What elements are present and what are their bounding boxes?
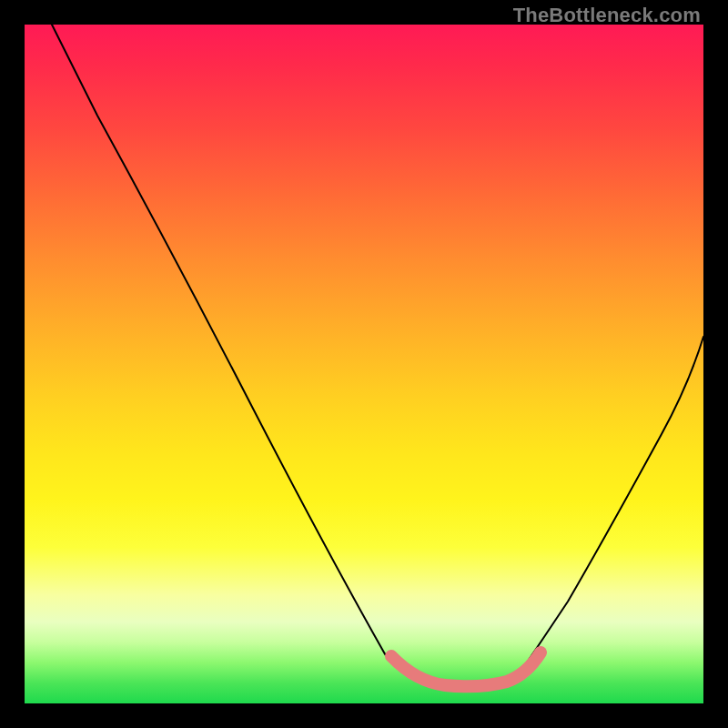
plot-area — [25, 25, 703, 703]
watermark-text: TheBottleneck.com — [513, 4, 701, 27]
chart-stage: TheBottleneck.com — [0, 0, 728, 728]
curve-layer — [25, 25, 703, 703]
bottleneck-curve-right — [527, 337, 703, 662]
optimal-highlight — [391, 652, 541, 686]
bottleneck-curve-left — [52, 25, 398, 662]
